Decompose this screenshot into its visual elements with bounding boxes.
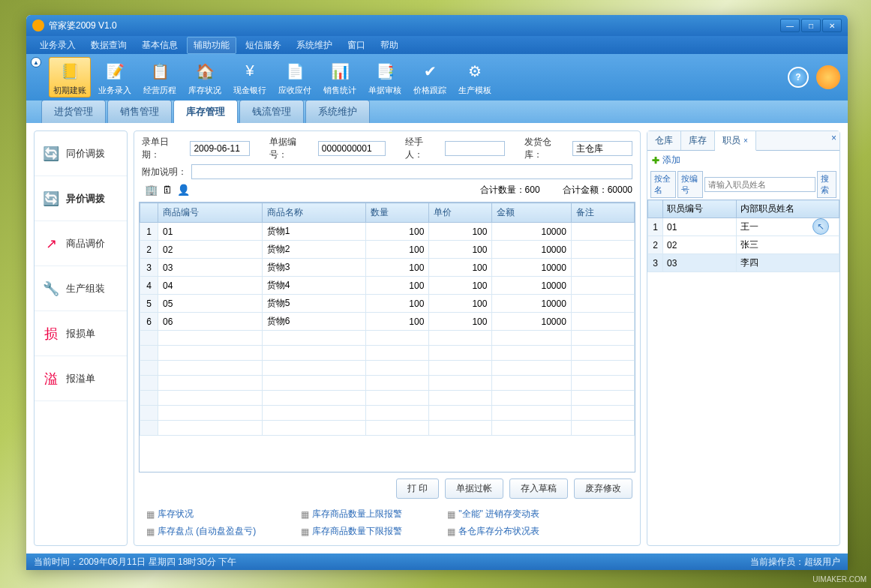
main-tabs: 进货管理销售管理库存管理钱流管理系统维护 — [26, 100, 848, 123]
right-tab[interactable]: 仓库 — [647, 131, 681, 150]
toolbar-button[interactable]: 📋经营历程 — [139, 57, 181, 98]
table-row[interactable]: 505货物510010010000 — [140, 295, 635, 313]
menubar: 业务录入数据查询基本信息辅助功能短信服务系统维护窗口帮助 — [26, 36, 848, 54]
menu-item[interactable]: 帮助 — [374, 38, 404, 53]
maximize-button[interactable]: □ — [801, 19, 821, 32]
table-row[interactable]: 303李四 — [648, 254, 839, 272]
toolbar-button[interactable]: 📑单据审核 — [364, 57, 406, 98]
toolbar-button[interactable]: ⚙生产模板 — [454, 57, 496, 98]
sidebar-item[interactable]: 损报损单 — [35, 311, 127, 356]
grid-icon[interactable]: 🏢 — [145, 184, 158, 196]
toolbar-button[interactable]: 📒初期建账 — [49, 57, 91, 98]
grid-header[interactable]: 商品编号 — [158, 203, 263, 223]
main-tab[interactable]: 系统维护 — [305, 100, 370, 123]
add-button[interactable]: 添加 — [647, 151, 839, 170]
toolbar-icon: 📑 — [373, 59, 397, 83]
search-input[interactable] — [704, 177, 815, 192]
menu-item[interactable]: 数据查询 — [85, 38, 133, 53]
table-row[interactable] — [140, 406, 635, 421]
table-row[interactable] — [140, 331, 635, 346]
sidebar-item[interactable]: 🔧生产组装 — [35, 266, 127, 311]
collapse-toolbar-icon[interactable]: ▲ — [31, 57, 41, 68]
grid-header[interactable] — [648, 200, 663, 218]
post-button[interactable]: 单据过帐 — [445, 478, 503, 499]
report-link[interactable]: "全能" 进销存变动表 — [447, 508, 539, 520]
links-col-1: 库存状况库存盘点 (自动盘盈盘亏) — [146, 508, 256, 538]
table-row[interactable]: 606货物610010010000 — [140, 313, 635, 331]
discard-button[interactable]: 废弃修改 — [574, 478, 632, 499]
warehouse-input[interactable] — [572, 141, 632, 156]
sidebar-item[interactable]: 溢报溢单 — [35, 356, 127, 401]
draft-button[interactable]: 存入草稿 — [509, 478, 568, 499]
main-tab[interactable]: 进货管理 — [41, 100, 106, 123]
toolbar-label: 初期建账 — [53, 85, 86, 96]
toolbar-button[interactable]: 📝业务录入 — [94, 57, 136, 98]
product-grid[interactable]: 商品编号商品名称数量单价金额备注101货物110010010000202货物21… — [140, 202, 635, 436]
report-link[interactable]: 库存状况 — [146, 508, 256, 520]
employee-grid[interactable]: 职员编号内部职员姓名101王一202张三303李四 — [647, 200, 839, 272]
main-tab[interactable]: 钱流管理 — [239, 100, 304, 123]
table-row[interactable]: 202货物210010010000 — [140, 241, 635, 259]
grid-header[interactable]: 数量 — [366, 203, 429, 223]
table-row[interactable]: 101王一 — [648, 218, 839, 236]
menu-item[interactable]: 基本信息 — [136, 38, 184, 53]
date-input[interactable] — [190, 141, 250, 156]
grid-header[interactable]: 金额 — [492, 203, 571, 223]
employee-grid-wrap[interactable]: 职员编号内部职员姓名101王一202张三303李四 ↖ — [647, 200, 839, 545]
table-row[interactable]: 303货物310010010000 — [140, 259, 635, 277]
menu-item[interactable]: 辅助功能 — [187, 37, 236, 54]
docno-input[interactable] — [318, 141, 386, 156]
print-button[interactable]: 打 印 — [396, 478, 439, 499]
search-button[interactable]: 搜索 — [817, 171, 836, 198]
grid-header[interactable]: 职员编号 — [663, 200, 737, 218]
handler-input[interactable] — [445, 141, 505, 156]
sidebar-item[interactable]: 🔄同价调拨 — [35, 131, 127, 176]
table-row[interactable]: 101货物110010010000 — [140, 223, 635, 241]
report-link[interactable]: 库存盘点 (自动盘盈盘亏) — [146, 525, 256, 538]
mini-icon-row: 🏢 🗓 👤 — [142, 182, 193, 197]
close-button[interactable]: ✕ — [822, 19, 842, 32]
grid-header[interactable]: 商品名称 — [262, 203, 366, 223]
right-tab[interactable]: 职员× — [715, 131, 756, 151]
grid-header[interactable]: 内部职员姓名 — [736, 200, 839, 218]
person-icon[interactable]: 👤 — [177, 184, 190, 196]
table-row[interactable] — [140, 346, 635, 361]
filter-code-button[interactable]: 按编号 — [677, 171, 703, 198]
filter-fullname-button[interactable]: 按全名 — [650, 171, 676, 198]
product-grid-wrap[interactable]: 商品编号商品名称数量单价金额备注101货物110010010000202货物21… — [139, 202, 635, 472]
close-panel-icon[interactable]: × — [831, 133, 836, 143]
grid-header[interactable] — [140, 203, 158, 223]
table-row[interactable] — [140, 391, 635, 406]
report-link[interactable]: 库存商品数量上限报警 — [301, 508, 402, 520]
content-area: 🔄同价调拨🔄异价调拨↗商品调价🔧生产组装损报损单溢报溢单 录单日期： 单据编号：… — [26, 123, 848, 554]
toolbar-button[interactable]: 📄应收应付 — [274, 57, 316, 98]
menu-item[interactable]: 业务录入 — [34, 38, 82, 53]
note-input[interactable] — [191, 164, 632, 179]
help-icon[interactable]: ? — [788, 67, 809, 88]
table-row[interactable] — [140, 421, 635, 436]
toolbar-button[interactable]: 📊销售统计 — [319, 57, 361, 98]
report-link[interactable]: 各仓库存分布状况表 — [447, 525, 539, 538]
table-row[interactable]: 404货物410010010000 — [140, 277, 635, 295]
main-tab[interactable]: 销售管理 — [107, 100, 172, 123]
report-link[interactable]: 库存商品数量下限报警 — [301, 525, 402, 538]
sidebar-item[interactable]: 🔄异价调拨 — [35, 176, 127, 221]
toolbar-button[interactable]: ✔价格跟踪 — [409, 57, 451, 98]
grid-header[interactable]: 单价 — [429, 203, 492, 223]
right-tab[interactable]: 库存 — [681, 131, 715, 150]
menu-item[interactable]: 窗口 — [341, 38, 371, 53]
tab-close-icon[interactable]: × — [743, 136, 748, 145]
table-row[interactable] — [140, 376, 635, 391]
table-row[interactable]: 202张三 — [648, 236, 839, 254]
main-tab[interactable]: 库存管理 — [173, 100, 238, 123]
table-row[interactable] — [140, 361, 635, 376]
menu-item[interactable]: 短信服务 — [239, 38, 287, 53]
sidebar-item[interactable]: ↗商品调价 — [35, 221, 127, 266]
calc-icon[interactable]: 🗓 — [162, 184, 173, 196]
menu-item[interactable]: 系统维护 — [290, 38, 338, 53]
theme-icon[interactable] — [816, 65, 840, 89]
toolbar-button[interactable]: ¥现金银行 — [229, 57, 271, 98]
minimize-button[interactable]: — — [780, 19, 800, 32]
grid-header[interactable]: 备注 — [571, 203, 634, 223]
toolbar-button[interactable]: 🏠库存状况 — [184, 57, 226, 98]
